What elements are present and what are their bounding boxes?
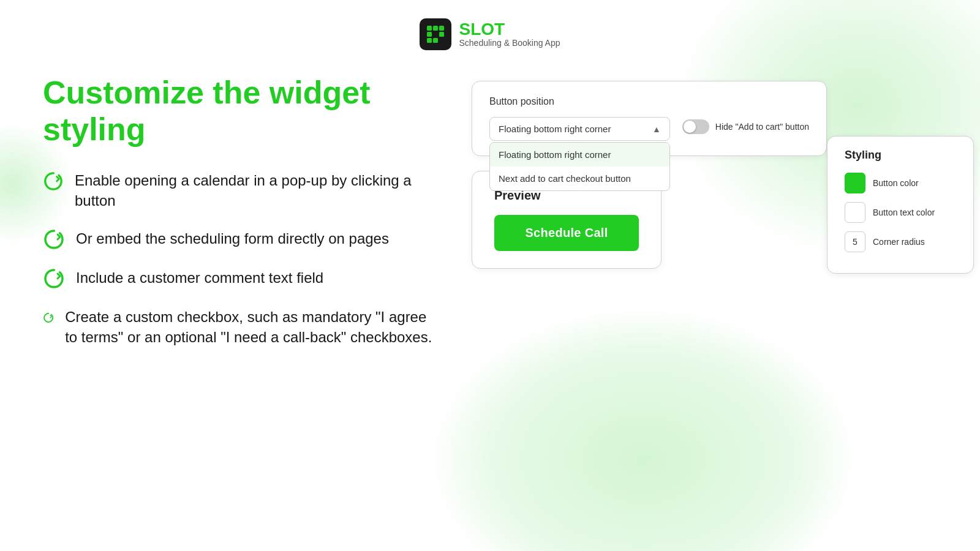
feature-text: Create a custom checkbox, such as mandat… — [65, 307, 435, 348]
svg-point-9 — [45, 270, 62, 287]
logo-subtitle: Scheduling & Booking App — [459, 38, 560, 48]
feature-text: Or embed the scheduling form directly on… — [76, 228, 389, 249]
header: SLOT Scheduling & Booking App — [43, 18, 937, 50]
feature-text: Include a customer comment text field — [76, 268, 323, 288]
styling-card: Styling Button color Button text color C… — [827, 136, 974, 274]
svg-point-7 — [45, 173, 61, 189]
toggle-label: Hide "Add to cart" button — [715, 122, 809, 132]
svg-rect-0 — [427, 26, 432, 31]
toggle-row: Hide "Add to cart" button — [682, 117, 809, 134]
button-color-label: Button color — [873, 178, 919, 188]
button-color-swatch[interactable] — [845, 173, 865, 193]
main-layout: Customize the widget styling Enable open… — [43, 75, 937, 348]
corner-radius-row: Corner radius — [845, 231, 956, 252]
dropdown-selected-text: Floating bottom right corner — [499, 124, 611, 134]
feature-item: Create a custom checkbox, such as mandat… — [43, 307, 435, 348]
feature-item: Include a customer comment text field — [43, 268, 435, 290]
logo-svg — [424, 23, 447, 45]
card-row: Floating bottom right corner ▲ Floating … — [489, 117, 809, 141]
left-section: Customize the widget styling Enable open… — [43, 75, 435, 348]
page-title: Customize the widget styling — [43, 75, 435, 148]
button-text-color-swatch[interactable] — [845, 202, 865, 223]
button-text-color-row: Button text color — [845, 202, 956, 223]
logo-title: SLOT — [459, 21, 560, 38]
svg-rect-2 — [439, 26, 444, 31]
circular-arrow-icon — [43, 170, 64, 192]
feature-item: Or embed the scheduling form directly on… — [43, 228, 435, 250]
dropdown-item-floating[interactable]: Floating bottom right corner — [490, 143, 669, 167]
circular-arrow-icon — [43, 307, 54, 329]
right-section: Button position Floating bottom right co… — [472, 75, 937, 269]
circular-arrow-icon — [43, 268, 65, 290]
chevron-up-icon: ▲ — [652, 124, 661, 134]
svg-point-8 — [45, 231, 62, 248]
button-position-label: Button position — [489, 96, 809, 107]
logo-container: SLOT Scheduling & Booking App — [420, 18, 560, 50]
hide-cart-toggle[interactable] — [682, 119, 709, 134]
toggle-knob — [684, 121, 696, 133]
svg-rect-6 — [433, 38, 438, 43]
feature-text: Enable opening a calendar in a pop-up by… — [75, 170, 435, 211]
schedule-call-button[interactable]: Schedule Call — [494, 215, 639, 251]
dropdown-trigger[interactable]: Floating bottom right corner ▲ — [489, 117, 670, 141]
svg-rect-4 — [439, 32, 444, 37]
dropdown-item-next[interactable]: Next add to cart checkout button — [490, 167, 669, 190]
button-color-row: Button color — [845, 173, 956, 193]
dropdown-wrapper: Floating bottom right corner ▲ Floating … — [489, 117, 670, 141]
dropdown-menu: Floating bottom right corner Next add to… — [489, 142, 670, 191]
feature-item: Enable opening a calendar in a pop-up by… — [43, 170, 435, 211]
svg-rect-5 — [427, 38, 432, 43]
svg-point-10 — [44, 313, 53, 322]
styling-title: Styling — [845, 149, 956, 162]
circular-arrow-icon — [43, 228, 65, 250]
corner-radius-input[interactable] — [845, 231, 865, 252]
svg-rect-3 — [427, 32, 432, 37]
corner-radius-label: Corner radius — [873, 237, 925, 247]
logo-text-group: SLOT Scheduling & Booking App — [459, 21, 560, 48]
button-position-card: Button position Floating bottom right co… — [472, 81, 827, 156]
features-list: Enable opening a calendar in a pop-up by… — [43, 170, 435, 348]
logo-icon — [420, 18, 451, 50]
button-text-color-label: Button text color — [873, 208, 935, 217]
svg-rect-1 — [433, 26, 438, 31]
